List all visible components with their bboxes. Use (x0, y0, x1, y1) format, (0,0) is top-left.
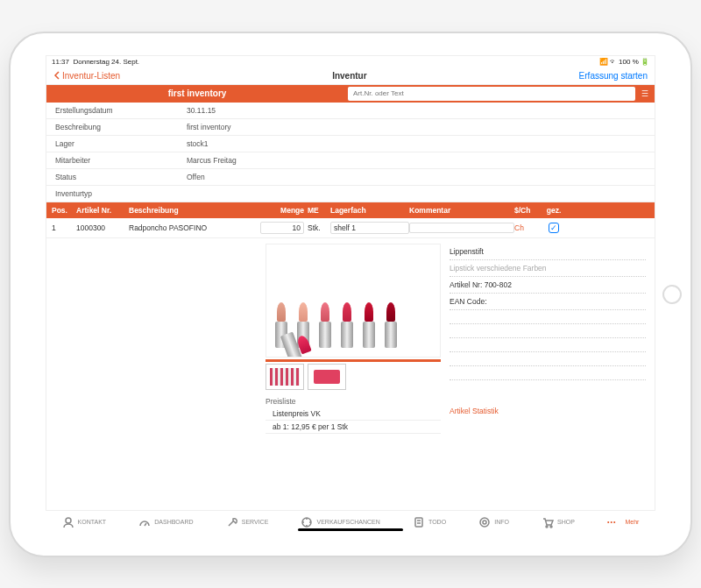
dashboard-icon (138, 516, 151, 528)
cell-ch[interactable]: Ch (514, 223, 541, 232)
cell-me: Stk. (304, 223, 330, 232)
contact-icon (62, 516, 74, 528)
pricelist-line: Listenpreis VK (266, 407, 441, 421)
col-komm: Kommentar (409, 206, 514, 215)
detail-empty (450, 338, 646, 352)
info-value: 30.11.15 (187, 106, 646, 115)
home-indicator[interactable] (298, 528, 403, 531)
title-row: first inventory ☰ (46, 85, 655, 103)
col-artnr: Artikel Nr. (76, 206, 129, 215)
info-value: Marcus Freitag (187, 156, 646, 165)
nav-info[interactable]: INFO (478, 516, 509, 528)
product-image[interactable] (266, 244, 441, 358)
grid-header: Pos. Artikel Nr. Beschreibung Menge ME L… (46, 202, 655, 218)
info-label: Inventurtyp (55, 189, 187, 198)
app-screen: 11:37 Donnerstag 24. Sept. 📶 ᯤ 100 % 🔋 I… (46, 55, 655, 534)
pricelist-line: ab 1: 12,95 € per 1 Stk (266, 421, 441, 434)
info-value (187, 189, 646, 198)
svg-rect-2 (415, 518, 422, 527)
info-label: Lager (55, 139, 187, 148)
menge-input[interactable]: 10 (260, 222, 304, 234)
article-statistics-link[interactable]: Artikel Statistik (450, 380, 646, 419)
shop-icon (542, 516, 554, 528)
status-right: 📶 ᯤ 100 % 🔋 (599, 58, 649, 66)
thumbnail[interactable] (308, 364, 346, 390)
start-capture-button[interactable]: Erfassung starten (579, 71, 648, 81)
detail-sub: Lipstick verschiedene Farben (450, 260, 646, 277)
col-sch: $/Ch (514, 206, 541, 215)
col-desc: Beschreibung (129, 206, 260, 215)
page-title: Inventur (332, 71, 366, 81)
col-pos: Pos. (52, 206, 76, 215)
back-button[interactable]: Inventur-Listen (53, 71, 120, 81)
target-icon (301, 516, 313, 528)
svg-point-6 (550, 526, 552, 528)
pricelist-title: Preisliste (266, 397, 441, 406)
info-value: first inventory (187, 123, 646, 131)
chevron-left-icon (53, 71, 60, 80)
detail-artnr: Artikel Nr: 700-802 (450, 277, 646, 294)
inventory-name: first inventory (46, 89, 348, 98)
info-table: Erstellungsdatum30.11.15 Beschreibungfir… (46, 103, 655, 202)
nav-bar: Inventur-Listen Inventur Erfassung start… (46, 67, 655, 85)
info-icon (478, 516, 491, 528)
cell-desc: Radponcho PASOFINO (129, 223, 260, 232)
ipad-frame: 11:37 Donnerstag 24. Sept. 📶 ᯤ 100 % 🔋 I… (9, 32, 692, 557)
svg-point-4 (483, 521, 486, 524)
col-gez: gez. (541, 206, 567, 215)
nav-shop[interactable]: SHOP (542, 516, 575, 528)
nav-verkaufschancen[interactable]: VERKAUFSCHANCEN (301, 516, 379, 528)
detail-empty (450, 324, 646, 338)
pricelist: Preisliste Listenpreis VK ab 1: 12,95 € … (266, 397, 441, 434)
gez-checkbox[interactable]: ✓ (549, 223, 559, 233)
info-label: Status (55, 173, 187, 181)
svg-point-0 (66, 518, 71, 523)
kommentar-input[interactable] (409, 223, 514, 233)
status-time: 11:37 Donnerstag 24. Sept. (52, 58, 139, 66)
col-menge: Menge (260, 206, 304, 215)
service-icon (226, 516, 238, 528)
info-label: Erstellungsdatum (55, 106, 187, 115)
lager-input[interactable]: shelf 1 (330, 222, 409, 234)
detail-ean: EAN Code: (450, 294, 646, 310)
info-value: stock1 (187, 139, 646, 148)
thumbnail[interactable] (266, 364, 304, 390)
nav-more[interactable]: ••• Mehr (607, 519, 639, 525)
nav-kontakt[interactable]: KONTAKT (62, 516, 107, 528)
todo-icon (413, 516, 425, 528)
table-row[interactable]: 1 1000300 Radponcho PASOFINO 10 Stk. she… (46, 218, 655, 238)
detail-empty (450, 310, 646, 324)
info-value: Offen (187, 173, 646, 181)
nav-todo[interactable]: TODO (413, 516, 446, 528)
more-icon: ••• (607, 519, 616, 525)
info-label: Mitarbeiter (55, 156, 187, 165)
nav-dashboard[interactable]: DASHBOARD (138, 516, 193, 528)
home-button[interactable] (662, 285, 682, 304)
detail-panel: Preisliste Listenpreis VK ab 1: 12,95 € … (46, 238, 655, 434)
cell-pos: 1 (52, 223, 76, 232)
svg-point-3 (480, 518, 489, 527)
search-input[interactable] (348, 87, 635, 101)
detail-empty (450, 366, 646, 380)
svg-point-5 (546, 526, 548, 528)
detail-name: Lippenstift (450, 244, 646, 260)
status-bar: 11:37 Donnerstag 24. Sept. 📶 ᯤ 100 % 🔋 (46, 56, 655, 67)
detail-empty (450, 352, 646, 366)
nav-service[interactable]: SERVICE (226, 516, 269, 528)
col-me: ME (304, 206, 330, 215)
col-lager: Lagerfach (330, 206, 409, 215)
menu-icon[interactable]: ☰ (635, 89, 655, 98)
info-label: Beschreibung (55, 123, 187, 131)
cell-artnr: 1000300 (76, 223, 129, 232)
